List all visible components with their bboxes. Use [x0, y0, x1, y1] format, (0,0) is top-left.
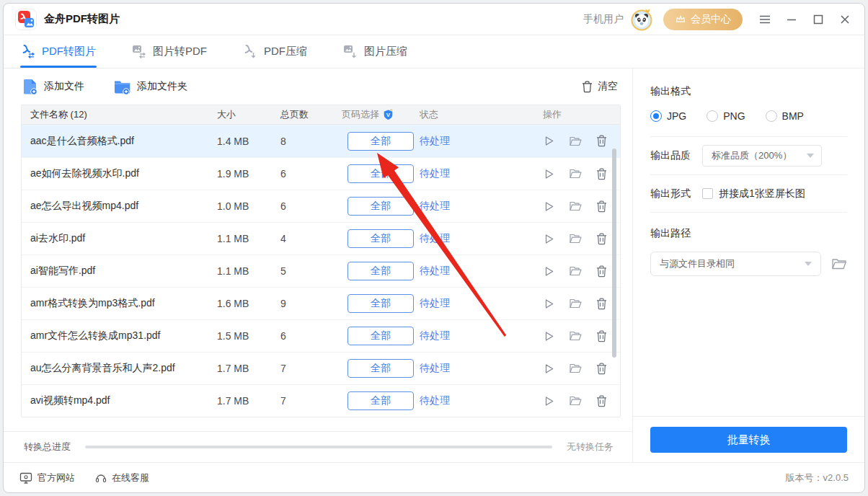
table-row[interactable]: aac是什么音频格式.pdf 1.4 MB 8 全部 待处理: [22, 125, 620, 157]
add-folder-button[interactable]: 添加文件夹: [113, 79, 187, 95]
file-size: 1.5 MB: [217, 330, 280, 342]
file-status: 待处理: [420, 362, 534, 375]
play-convert-icon[interactable]: [543, 265, 555, 278]
open-folder-icon[interactable]: [569, 363, 583, 374]
open-folder-icon[interactable]: [569, 395, 583, 407]
user-name[interactable]: 手机用户: [583, 13, 624, 26]
radio-png[interactable]: PNG: [707, 110, 745, 122]
header-pages: 总页数: [280, 108, 342, 121]
delete-file-icon[interactable]: [596, 363, 607, 375]
page-select-button[interactable]: 全部: [347, 132, 414, 151]
play-convert-icon[interactable]: [543, 330, 555, 342]
output-quality-value: 标准品质（200%）: [712, 149, 792, 162]
close-button[interactable]: [838, 13, 851, 26]
open-folder-icon[interactable]: [569, 298, 583, 309]
table-row[interactable]: amr文件怎么转换成mp31.pdf 1.5 MB 6 全部 待处理: [22, 319, 620, 352]
file-status: 待处理: [420, 297, 534, 310]
tab-label: 图片压缩: [364, 45, 407, 58]
page-select-button[interactable]: 全部: [347, 391, 414, 410]
user-avatar[interactable]: [630, 8, 653, 31]
vip-center-button[interactable]: 会员中心: [663, 9, 743, 30]
play-convert-icon[interactable]: [543, 135, 555, 147]
table-row[interactable]: ae如何去除视频水印.pdf 1.9 MB 6 全部 待处理: [22, 157, 620, 190]
play-convert-icon[interactable]: [543, 200, 555, 213]
delete-file-icon[interactable]: [596, 168, 607, 180]
page-select-button[interactable]: 全部: [347, 327, 414, 345]
open-folder-icon[interactable]: [569, 168, 583, 180]
image-swap-icon: [132, 45, 146, 58]
batch-convert-button[interactable]: 批量转换: [650, 427, 847, 453]
play-convert-icon[interactable]: [543, 233, 555, 245]
open-folder-icon[interactable]: [569, 330, 583, 342]
table-row[interactable]: amr格式转换为mp3格式.pdf 1.6 MB 9 全部 待处理: [22, 287, 620, 319]
app-window: 金舟PDF转图片 手机用户 会员中心: [3, 3, 865, 493]
open-folder-icon[interactable]: [569, 265, 583, 277]
table-row[interactable]: ai智能写作.pdf 1.1 MB 5 全部 待处理: [22, 254, 620, 287]
tab-image-compress[interactable]: 图片压缩: [343, 35, 407, 68]
open-folder-icon[interactable]: [569, 136, 583, 147]
file-status: 待处理: [420, 265, 534, 278]
tab-pdf-compress[interactable]: PDF压缩: [243, 35, 307, 68]
delete-file-icon[interactable]: [596, 233, 607, 245]
output-path-select[interactable]: 与源文件目录相同: [650, 252, 821, 276]
maximize-button[interactable]: [812, 13, 825, 26]
header-size: 大小: [217, 108, 280, 121]
delete-file-icon[interactable]: [596, 265, 607, 278]
delete-file-icon[interactable]: [596, 330, 607, 342]
file-status: 待处理: [420, 329, 534, 342]
tab-image-to-pdf[interactable]: 图片转PDF: [132, 35, 207, 68]
radio-jpg[interactable]: JPG: [650, 110, 686, 122]
browse-folder-icon[interactable]: [831, 257, 847, 270]
file-pages: 6: [280, 330, 342, 342]
page-select-button[interactable]: 全部: [347, 262, 414, 280]
menu-icon[interactable]: [758, 13, 771, 26]
output-quality-select[interactable]: 标准品质（200%）: [702, 145, 822, 167]
page-select-button[interactable]: 全部: [347, 164, 414, 183]
play-convert-icon[interactable]: [543, 168, 555, 180]
file-size: 1.0 MB: [217, 200, 280, 212]
file-name: aac是什么音频格式.pdf: [22, 135, 217, 148]
page-select-button[interactable]: 全部: [347, 197, 414, 216]
clear-list-button[interactable]: 清空: [582, 80, 618, 93]
file-name: ai智能写作.pdf: [22, 265, 217, 278]
table-scrollbar[interactable]: [612, 149, 616, 358]
stitch-long-image-checkbox[interactable]: 拼接成1张竖屏长图: [702, 187, 805, 200]
file-name: ai去水印.pdf: [22, 232, 217, 245]
delete-file-icon[interactable]: [596, 298, 607, 310]
radio-dot: [650, 110, 662, 122]
file-size: 1.1 MB: [217, 265, 280, 277]
tab-pdf-to-image[interactable]: PDF转图片: [21, 35, 96, 68]
play-convert-icon[interactable]: [543, 395, 555, 407]
play-convert-icon[interactable]: [543, 298, 555, 310]
table-row[interactable]: ai去水印.pdf 1.1 MB 4 全部 待处理: [22, 222, 620, 254]
file-size: 1.1 MB: [217, 233, 280, 244]
table-row[interactable]: avi视频转mp4.pdf 1.7 MB 7 全部 待处理: [22, 384, 620, 417]
official-site-link[interactable]: 官方网站: [19, 471, 75, 484]
play-convert-icon[interactable]: [543, 363, 555, 375]
progress-bar: [85, 446, 552, 448]
page-select-button[interactable]: 全部: [347, 294, 414, 313]
add-file-label: 添加文件: [44, 80, 84, 93]
delete-file-icon[interactable]: [596, 200, 607, 213]
page-select-button[interactable]: 全部: [347, 229, 414, 248]
add-folder-icon: [113, 79, 131, 95]
file-pages: 9: [280, 298, 342, 309]
file-pages: 6: [280, 168, 342, 180]
open-folder-icon[interactable]: [569, 200, 583, 212]
delete-file-icon[interactable]: [596, 135, 607, 147]
image-compress-icon: [343, 45, 358, 58]
add-file-button[interactable]: 添加文件: [22, 78, 84, 95]
page-select-button[interactable]: 全部: [347, 359, 414, 378]
table-body: aac是什么音频格式.pdf 1.4 MB 8 全部 待处理: [22, 125, 620, 417]
online-support-link[interactable]: 在线客服: [95, 471, 149, 484]
open-folder-icon[interactable]: [569, 233, 583, 244]
table-row[interactable]: au怎么分离背景音乐和人声2.pdf 1.7 MB 7 全部 待处理: [22, 352, 620, 384]
crown-icon: [675, 14, 686, 24]
chevron-down-icon: [805, 262, 812, 266]
delete-file-icon[interactable]: [596, 395, 607, 407]
file-size: 1.4 MB: [217, 136, 280, 147]
header-ops: 操作: [534, 108, 620, 121]
minimize-button[interactable]: [785, 13, 798, 26]
radio-bmp[interactable]: BMP: [766, 110, 804, 122]
table-row[interactable]: ae怎么导出视频mp4.pdf 1.0 MB 6 全部 待处理: [22, 190, 620, 222]
